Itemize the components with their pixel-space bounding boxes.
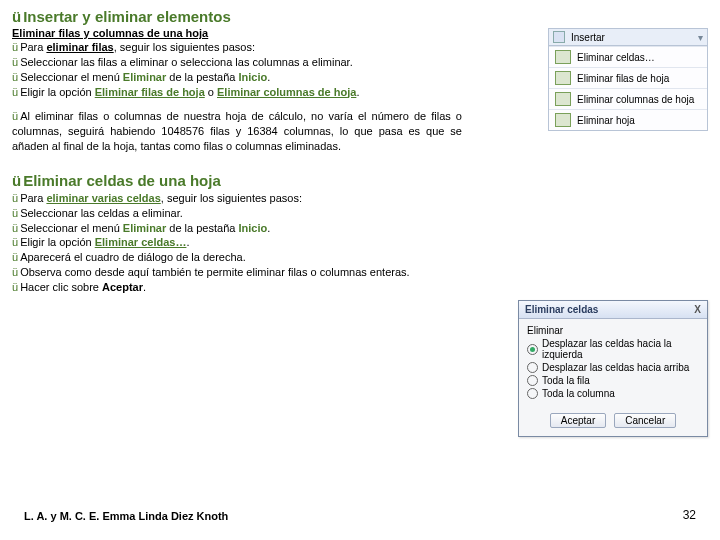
menu-item-delete-cols[interactable]: Eliminar columnas de hoja	[549, 88, 707, 109]
s2-step-1: üPara eliminar varias celdas, seguir los…	[12, 191, 462, 206]
radio-shift-left[interactable]: Desplazar las celdas hacia la izquierda	[527, 338, 699, 360]
title1-text: Insertar y eliminar elementos	[23, 8, 231, 25]
radio-entire-row[interactable]: Toda la fila	[527, 375, 699, 386]
footer-author: L. A. y M. C. E. Emma Linda Diez Knoth	[24, 510, 228, 522]
section-title-2: üEliminar celdas de una hoja	[12, 172, 462, 189]
radio-entire-col[interactable]: Toda la columna	[527, 388, 699, 399]
step-2: üSeleccionar las filas a eliminar o sele…	[12, 55, 462, 70]
s2-step-6: üObserva como desde aquí también te perm…	[12, 265, 462, 280]
subtitle: Eliminar filas y columnas de una hoja	[12, 27, 462, 39]
chevron-down-icon: ▾	[698, 32, 703, 43]
cancel-button[interactable]: Cancelar	[614, 413, 676, 428]
menu-item-delete-sheet[interactable]: Eliminar hoja	[549, 109, 707, 130]
menu-item-delete-rows[interactable]: Eliminar filas de hoja	[549, 67, 707, 88]
step-3: üSeleccionar el menú Eliminar de la pest…	[12, 70, 462, 85]
delete-cols-icon	[555, 92, 571, 106]
delete-cells-icon	[555, 50, 571, 64]
step-4: üEligir la opción Eliminar filas de hoja…	[12, 85, 462, 100]
delete-sheet-icon	[555, 113, 571, 127]
s2-step-3: üSeleccionar el menú Eliminar de la pest…	[12, 221, 462, 236]
delete-rows-icon	[555, 71, 571, 85]
paragraph-note: üAl eliminar filas o columnas de nuestra…	[12, 109, 462, 154]
excel-delete-menu: Insertar ▾ Eliminar celdas… Eliminar fil…	[548, 28, 708, 131]
radio-shift-up[interactable]: Desplazar las celdas hacia arriba	[527, 362, 699, 373]
delete-cells-dialog: Eliminar celdas X Eliminar Desplazar las…	[518, 300, 708, 437]
insert-label: Insertar	[571, 32, 605, 43]
s2-step-2: üSeleccionar las celdas a eliminar.	[12, 206, 462, 221]
menu-item-delete-cells[interactable]: Eliminar celdas…	[549, 46, 707, 67]
step-1: üPara eliminar filas, seguir los siguien…	[12, 40, 462, 55]
close-icon[interactable]: X	[694, 304, 701, 315]
s2-step-7: üHacer clic sobre Aceptar.	[12, 280, 462, 295]
insert-icon	[553, 31, 565, 43]
page-number: 32	[683, 508, 696, 522]
dialog-group-label: Eliminar	[527, 325, 699, 336]
s2-step-5: üAparecerá el cuadro de diálogo de la de…	[12, 250, 462, 265]
dialog-title: Eliminar celdas	[525, 304, 598, 315]
s2-step-4: üEligir la opción Eliminar celdas….	[12, 235, 462, 250]
section-title-1: üInsertar y eliminar elementos	[12, 8, 462, 25]
ok-button[interactable]: Aceptar	[550, 413, 606, 428]
